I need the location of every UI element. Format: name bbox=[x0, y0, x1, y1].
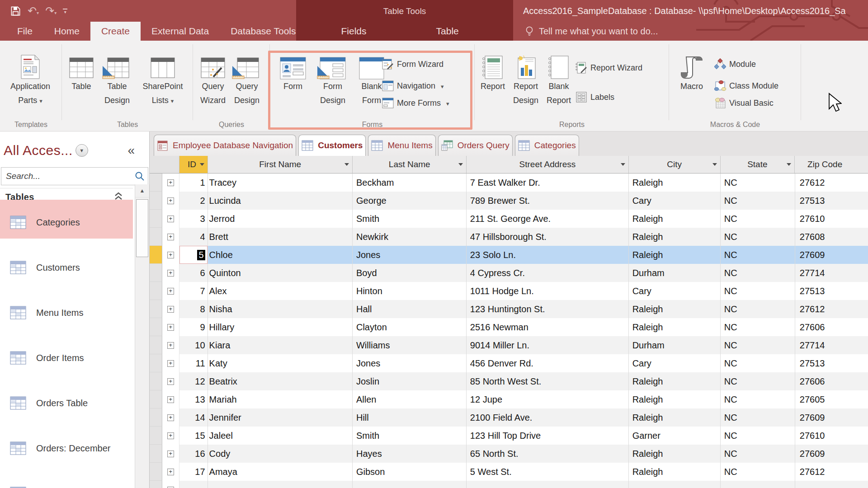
cell-zip[interactable]: 27513 bbox=[795, 282, 868, 300]
cell-city[interactable]: Raleigh bbox=[629, 372, 721, 390]
nav-pane-menu-button[interactable]: ▼ bbox=[75, 144, 88, 157]
cell-first-name[interactable]: Jerrod bbox=[208, 210, 353, 228]
cell-street-address[interactable]: 5 West St. bbox=[467, 463, 629, 481]
cell-first-name[interactable]: Brett bbox=[208, 228, 353, 246]
cell-last-name[interactable]: Clayton bbox=[353, 318, 467, 336]
expand-record-cell[interactable] bbox=[162, 228, 179, 246]
save-icon[interactable] bbox=[10, 5, 21, 17]
expand-plus-icon[interactable] bbox=[167, 432, 174, 439]
cell-street-address[interactable]: 7 East Walker Dr. bbox=[467, 174, 629, 192]
record-selector[interactable] bbox=[149, 246, 162, 264]
cell-id[interactable]: 12 bbox=[179, 372, 208, 390]
cell-id[interactable]: 6 bbox=[179, 264, 208, 282]
cell-zip[interactable]: 27612 bbox=[795, 300, 868, 318]
cell-last-name[interactable]: Hall bbox=[353, 300, 467, 318]
sharepoint-lists-button[interactable]: SharePoint Lists bbox=[140, 52, 186, 108]
tab-database-tools[interactable]: Database Tools bbox=[220, 22, 307, 41]
record-selector[interactable] bbox=[149, 264, 162, 282]
cell-zip[interactable]: 27606 bbox=[795, 318, 868, 336]
cell-state[interactable]: NC bbox=[721, 228, 795, 246]
expand-plus-icon[interactable] bbox=[167, 469, 174, 475]
cell-street-address[interactable]: 9014 Miller Ln. bbox=[467, 336, 629, 354]
application-parts-button[interactable]: Application Parts bbox=[8, 52, 53, 108]
cell-city[interactable]: Raleigh bbox=[629, 390, 721, 408]
cell-street-address[interactable]: 456 Denver Rd. bbox=[467, 354, 629, 372]
record-selector[interactable] bbox=[149, 372, 162, 390]
cell-street-address[interactable]: 789 Brewer St. bbox=[467, 192, 629, 210]
labels-button[interactable]: Labels bbox=[576, 90, 614, 104]
expand-record-cell[interactable] bbox=[162, 354, 179, 372]
cell-street-address[interactable]: 1011 Hodge Ln. bbox=[467, 282, 629, 300]
expand-plus-icon[interactable] bbox=[167, 179, 174, 186]
expand-record-cell[interactable] bbox=[162, 264, 179, 282]
cell-city[interactable]: Garner bbox=[629, 427, 721, 445]
cell-city[interactable]: Cary bbox=[629, 192, 721, 210]
column-header-city[interactable]: City bbox=[629, 156, 721, 173]
cell-id[interactable]: 4 bbox=[179, 228, 208, 246]
cell-city[interactable]: Durham bbox=[629, 336, 721, 354]
navigation-button[interactable]: Navigation bbox=[382, 79, 444, 93]
nav-table-item[interactable]: Orders Table bbox=[0, 380, 133, 426]
document-tab[interactable]: Customers bbox=[298, 135, 366, 156]
cell-last-name[interactable]: Boyd bbox=[353, 264, 467, 282]
cell-city[interactable]: Durham bbox=[629, 264, 721, 282]
cell-first-name[interactable]: Mariah bbox=[208, 390, 353, 408]
cell-street-address[interactable]: 65 North St. bbox=[467, 445, 629, 463]
expand-plus-icon[interactable] bbox=[167, 324, 174, 331]
cell-id[interactable]: 7 bbox=[179, 282, 208, 300]
cell-zip[interactable]: 27610 bbox=[795, 210, 868, 228]
cell-city[interactable]: Raleigh bbox=[629, 318, 721, 336]
expand-record-cell[interactable] bbox=[162, 481, 179, 488]
cell-zip[interactable]: 27605 bbox=[795, 390, 868, 408]
cell-last-name[interactable]: Allen bbox=[353, 390, 467, 408]
column-header-zip-code[interactable]: Zip Code bbox=[795, 156, 868, 173]
form-button[interactable]: Form bbox=[280, 52, 306, 94]
document-tab[interactable]: Orders Query bbox=[438, 135, 513, 156]
cell-state[interactable]: NC bbox=[721, 354, 795, 372]
column-header-id[interactable]: ID bbox=[179, 156, 208, 173]
cell-first-name[interactable]: Beatrix bbox=[208, 372, 353, 390]
record-selector[interactable] bbox=[149, 445, 162, 463]
nav-table-item[interactable]: Categories bbox=[0, 200, 133, 245]
select-all-corner[interactable] bbox=[149, 156, 179, 173]
customize-quick-access-button[interactable]: ▾ bbox=[63, 9, 67, 14]
record-selector[interactable] bbox=[149, 427, 162, 445]
column-header-street-address[interactable]: Street Address bbox=[467, 156, 629, 173]
cell-last-name[interactable]: Gibson bbox=[353, 463, 467, 481]
record-selector[interactable] bbox=[149, 463, 162, 481]
cell-zip[interactable]: 27612 bbox=[795, 174, 868, 192]
sidebar-scrollbar[interactable]: ▲ bbox=[135, 184, 149, 488]
tab-external-data[interactable]: External Data bbox=[141, 22, 220, 41]
expand-plus-icon[interactable] bbox=[167, 234, 174, 240]
cell-id[interactable]: 2 bbox=[179, 192, 208, 210]
form-wizard-button[interactable]: Form Wizard bbox=[382, 57, 443, 71]
expand-record-cell[interactable] bbox=[162, 210, 179, 228]
redo-button[interactable]: ↷▾ bbox=[45, 5, 57, 16]
cell-first-name[interactable]: Chloe bbox=[208, 246, 353, 264]
expand-plus-icon[interactable] bbox=[167, 270, 174, 277]
cell-city[interactable]: Cary bbox=[629, 354, 721, 372]
cell-last-name[interactable]: Jones bbox=[353, 246, 467, 264]
cell-id[interactable]: 17 bbox=[179, 463, 208, 481]
expand-record-cell[interactable] bbox=[162, 336, 179, 354]
cell-last-name[interactable]: Newkirk bbox=[353, 228, 467, 246]
cell-street-address[interactable]: 85 North West St. bbox=[467, 372, 629, 390]
cell-city[interactable]: Raleigh bbox=[629, 228, 721, 246]
cell-last-name[interactable]: Smith bbox=[353, 210, 467, 228]
scrollbar-up-icon[interactable]: ▲ bbox=[135, 184, 149, 197]
undo-button[interactable]: ↶▾ bbox=[28, 5, 39, 16]
cell-zip[interactable]: 27608 bbox=[795, 228, 868, 246]
macro-button[interactable]: Macro bbox=[680, 52, 703, 94]
nav-table-item[interactable]: Orders: December bbox=[0, 426, 133, 471]
cell-zip[interactable]: 27714 bbox=[795, 264, 868, 282]
cell-zip[interactable]: 27609 bbox=[795, 445, 868, 463]
search-icon[interactable] bbox=[132, 168, 148, 185]
cell-state[interactable]: NC bbox=[721, 463, 795, 481]
cell-city[interactable] bbox=[629, 481, 721, 488]
cell-state[interactable]: NC bbox=[721, 336, 795, 354]
cell-first-name[interactable]: Hillary bbox=[208, 318, 353, 336]
cell-id[interactable]: 13 bbox=[179, 390, 208, 408]
expand-plus-icon[interactable] bbox=[167, 216, 174, 222]
cell-zip[interactable]: 27609 bbox=[795, 246, 868, 264]
cell-city[interactable]: Raleigh bbox=[629, 246, 721, 264]
